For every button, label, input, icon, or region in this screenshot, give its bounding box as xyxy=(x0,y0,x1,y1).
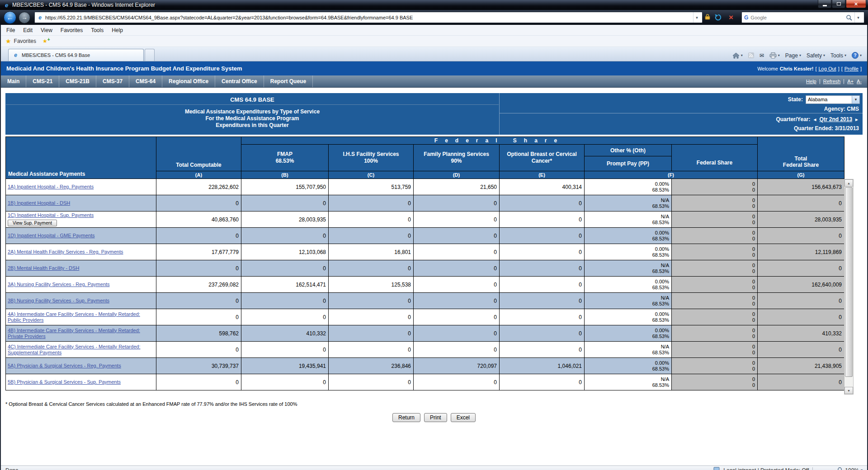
security-lock-icon xyxy=(705,14,710,22)
cell-b: 19,435,941 xyxy=(241,358,329,374)
cell-c: 513,759 xyxy=(329,179,414,195)
row-link[interactable]: 4B) Intermediate Care Facility Services … xyxy=(8,328,140,339)
add-to-favorites-bar-icon[interactable]: ★+ xyxy=(42,38,47,44)
cell-b: 155,707,950 xyxy=(241,179,329,195)
quarter-link[interactable]: Qtr 2nd 2013 xyxy=(819,116,852,122)
nav-tab-cms-21[interactable]: CMS-21 xyxy=(26,75,59,87)
menu-edit[interactable]: Edit xyxy=(23,27,33,33)
scrollbar-up-button[interactable]: ▲ xyxy=(844,179,853,187)
row-link[interactable]: 5A) Physician & Surgical Services - Reg.… xyxy=(8,363,121,368)
logout-link[interactable]: Log Out xyxy=(818,66,836,71)
cell-g: 0 xyxy=(758,195,844,212)
new-tab-button[interactable] xyxy=(145,49,155,61)
select-dropdown-icon[interactable]: ▾ xyxy=(852,96,859,103)
row-link[interactable]: 4A) Intermediate Care Facility Services … xyxy=(8,311,140,323)
nav-tab-regional-office[interactable]: Regional Office xyxy=(162,75,215,87)
help-menu-button[interactable]: ?▾ xyxy=(852,52,862,59)
cell-c: 0 xyxy=(329,228,414,244)
table-row: 1B) Inpatient Hospital - DSH00000N/A68.5… xyxy=(6,195,844,212)
excel-button[interactable]: Excel xyxy=(451,413,476,422)
row-link[interactable]: 4C) Intermediate Care Facility Services … xyxy=(8,344,140,355)
nav-tab-report-queue[interactable]: Report Queue xyxy=(264,75,313,87)
search-dropdown-button[interactable]: ▾ xyxy=(854,12,862,23)
cell-d: 0 xyxy=(414,374,500,390)
page-menu-button[interactable]: Page▾ xyxy=(785,52,801,59)
row-link[interactable]: 1D) Inpatient Hospital - GME Payments xyxy=(8,233,95,238)
zoom-control[interactable]: 100% ▾ xyxy=(837,467,863,470)
cell-d: 720,097 xyxy=(414,358,500,374)
row-link[interactable]: 5B) Physician & Surgical Services - Sup.… xyxy=(8,379,121,385)
forward-button[interactable]: → xyxy=(19,12,30,24)
help-link[interactable]: Help xyxy=(806,79,816,84)
state-select[interactable]: Alabama ▾ xyxy=(806,95,860,104)
refresh-button[interactable] xyxy=(712,12,723,23)
window-title: MBES/CBES - CMS 64.9 Base - Windows Inte… xyxy=(12,2,155,8)
browser-tab[interactable]: e MBES/CBES - CMS 64.9 Base xyxy=(8,49,144,61)
cell-c: 0 xyxy=(329,212,414,228)
table-scrollbar[interactable]: ▲ ▼ xyxy=(844,179,854,395)
print-button[interactable]: Print xyxy=(424,413,447,422)
row-label-cell: 4B) Intermediate Care Facility Services … xyxy=(6,325,156,342)
menu-tools[interactable]: Tools xyxy=(91,27,104,33)
nav-tab-central-office[interactable]: Central Office xyxy=(215,75,264,87)
search-text: Google xyxy=(750,15,844,20)
menu-help[interactable]: Help xyxy=(112,27,123,33)
search-magnifier-button[interactable] xyxy=(846,14,852,21)
cell-f-federal-share: 00 xyxy=(672,374,758,390)
zoom-dropdown-icon[interactable]: ▾ xyxy=(861,468,863,470)
nav-tab-cms-64[interactable]: CMS-64 xyxy=(129,75,162,87)
menu-favorites[interactable]: Favorites xyxy=(61,27,83,33)
tab-favicon: e xyxy=(12,52,19,59)
profile-link[interactable]: Profile xyxy=(844,66,859,71)
scrollbar-thumb[interactable] xyxy=(845,187,853,377)
row-link[interactable]: 3A) Nursing Facility Services - Reg. Pay… xyxy=(8,282,110,287)
quarter-next-button[interactable]: ► xyxy=(854,117,859,122)
quarter-prev-button[interactable]: ◄ xyxy=(812,117,817,122)
row-link[interactable]: 3B) Nursing Facility Services - Sup. Pay… xyxy=(8,298,109,303)
row-label-cell: 1D) Inpatient Hospital - GME Payments xyxy=(6,228,156,244)
status-text: Done xyxy=(5,467,19,470)
print-button[interactable]: ▾ xyxy=(769,52,780,58)
menu-view[interactable]: View xyxy=(41,27,52,33)
nav-tab-cms-37[interactable]: CMS-37 xyxy=(96,75,129,87)
home-button[interactable]: ▾ xyxy=(732,52,743,59)
address-dropdown-button[interactable]: ▾ xyxy=(693,12,700,23)
row-link[interactable]: 1B) Inpatient Hospital - DSH xyxy=(8,200,70,206)
nav-tab-cms-21b[interactable]: CMS-21B xyxy=(59,75,96,87)
zone-label: Local intranet | Protected Mode: Off xyxy=(723,467,809,470)
safety-menu-button[interactable]: Safety▾ xyxy=(807,52,825,59)
cell-f-percent: N/A68.53% xyxy=(585,293,672,309)
menu-file[interactable]: File xyxy=(6,27,15,33)
return-button[interactable]: Return xyxy=(392,413,420,422)
minimize-button[interactable] xyxy=(818,0,831,8)
cell-f-federal-share: 00 xyxy=(672,325,758,342)
state-select-value: Alabama xyxy=(806,97,852,102)
back-button[interactable]: ← xyxy=(4,11,16,24)
cell-e: 0 xyxy=(500,325,585,342)
font-decrease-link[interactable]: A- xyxy=(857,79,862,84)
row-link[interactable]: 2B) Mental Health Facility - DSH xyxy=(8,265,79,271)
page-content: CMS 64.9 BASE Medical Assistance Expendi… xyxy=(1,93,867,465)
row-link[interactable]: 1A) Inpatient Hospital - Reg. Payments xyxy=(8,184,94,189)
maximize-button[interactable] xyxy=(832,0,845,8)
refresh-link[interactable]: Refresh xyxy=(823,79,841,84)
table-row: 4A) Intermediate Care Facility Services … xyxy=(6,309,844,325)
tools-menu-button[interactable]: Tools▾ xyxy=(830,52,846,59)
nav-tab-main[interactable]: Main xyxy=(1,75,26,87)
scrollbar-down-button[interactable]: ▼ xyxy=(844,387,853,394)
row-label-cell: 2B) Mental Health Facility - DSH xyxy=(6,260,156,277)
cell-a: 0 xyxy=(156,342,241,358)
row-link[interactable]: 2A) Mental Health Facility Services - Re… xyxy=(8,249,123,254)
address-input[interactable]: e https://65.220.21.9/MBESCBES/CMS64/CMS… xyxy=(34,12,703,23)
view-sup-payment-button[interactable]: View Sup. Payment xyxy=(8,220,57,226)
cell-f-percent: 0.00%68.53% xyxy=(585,309,672,325)
read-mail-button[interactable]: ✉ xyxy=(760,52,764,59)
row-link[interactable]: 1C) Inpatient Hospital - Sup. Payments xyxy=(8,212,94,218)
close-button[interactable]: × xyxy=(846,0,866,8)
search-input[interactable]: G Google ▾ xyxy=(741,12,864,23)
cell-g: 21,438,905 xyxy=(758,358,844,374)
font-increase-link[interactable]: A+ xyxy=(847,79,854,84)
favorites-button[interactable]: Favorites xyxy=(14,38,36,44)
stop-button[interactable]: × xyxy=(726,12,736,23)
rss-feeds-button[interactable] xyxy=(748,52,754,58)
